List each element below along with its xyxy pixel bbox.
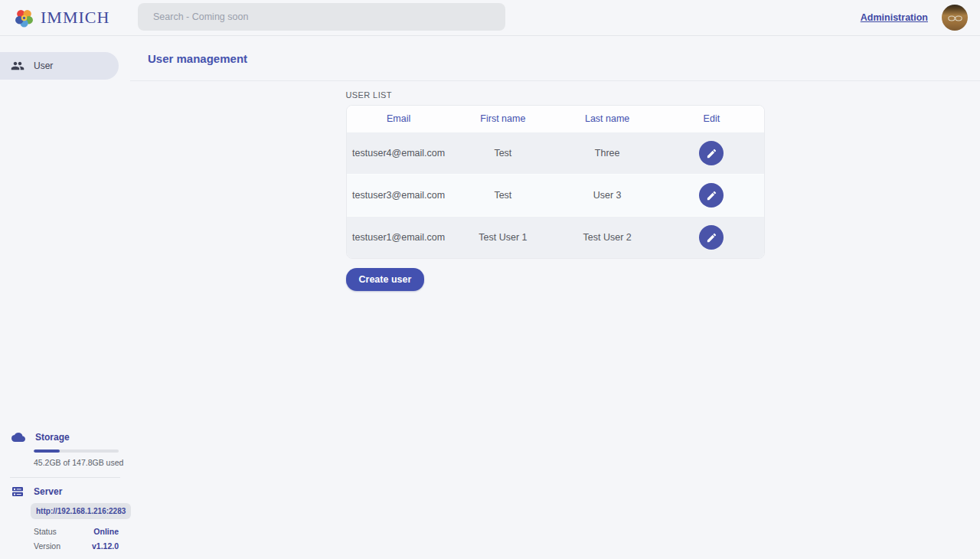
administration-link[interactable]: Administration bbox=[861, 12, 928, 23]
storage-progress-bar bbox=[34, 449, 119, 453]
users-icon bbox=[11, 59, 24, 73]
main-content: User management USER LIST Email First na… bbox=[130, 36, 980, 558]
sidebar: User Storage 45.2GB of 147.8GB used bbox=[0, 36, 130, 558]
cell-email: testuser1@email.com bbox=[347, 232, 451, 243]
cell-first-name: Test User 1 bbox=[451, 232, 555, 243]
user-table: Email First name Last name Edit testuser… bbox=[346, 105, 765, 259]
top-navbar: IMMICH Administration bbox=[0, 0, 980, 36]
page-title: User management bbox=[148, 52, 247, 65]
cell-email: testuser3@email.com bbox=[347, 190, 451, 201]
cell-last-name: Three bbox=[555, 148, 659, 159]
cell-first-name: Test bbox=[451, 148, 555, 159]
brand[interactable]: IMMICH bbox=[0, 8, 109, 28]
column-header-first-name: First name bbox=[451, 113, 555, 124]
cell-last-name: Test User 2 bbox=[555, 232, 659, 243]
server-version-row: Version v1.12.0 bbox=[34, 541, 119, 551]
cell-email: testuser4@email.com bbox=[347, 148, 451, 159]
cell-last-name: User 3 bbox=[555, 190, 659, 201]
server-status-value: Online bbox=[93, 527, 119, 536]
avatar-glasses-icon bbox=[945, 8, 965, 28]
sidebar-item-user-label: User bbox=[34, 60, 53, 71]
immich-logo-icon bbox=[14, 8, 34, 28]
server-title: Server bbox=[34, 486, 62, 497]
table-row: testuser3@email.com Test User 3 bbox=[347, 174, 764, 216]
server-url: http://192.168.1.216:2283 bbox=[31, 503, 131, 519]
server-status-label: Status bbox=[34, 527, 57, 536]
create-user-button[interactable]: Create user bbox=[346, 268, 425, 291]
user-table-header: Email First name Last name Edit bbox=[347, 106, 764, 132]
cloud-icon bbox=[11, 430, 25, 444]
search-input[interactable] bbox=[138, 3, 505, 31]
table-row: testuser4@email.com Test Three bbox=[347, 132, 764, 174]
server-widget-header: Server bbox=[0, 485, 130, 498]
pencil-icon bbox=[706, 190, 717, 201]
storage-progress-fill bbox=[34, 449, 60, 453]
sidebar-divider bbox=[10, 477, 120, 478]
storage-title: Storage bbox=[35, 432, 70, 443]
pencil-icon bbox=[706, 148, 717, 159]
storage-usage-text: 45.2GB of 147.8GB used bbox=[34, 458, 130, 467]
user-list-heading: USER LIST bbox=[346, 90, 765, 100]
user-avatar[interactable] bbox=[942, 5, 968, 31]
server-status-row: Status Online bbox=[34, 527, 119, 536]
cell-first-name: Test bbox=[451, 190, 555, 201]
edit-user-button[interactable] bbox=[699, 141, 724, 165]
server-icon bbox=[11, 485, 24, 498]
column-header-edit: Edit bbox=[659, 113, 763, 124]
storage-widget-header: Storage bbox=[0, 430, 130, 444]
server-version-label: Version bbox=[34, 541, 60, 551]
edit-user-button[interactable] bbox=[699, 225, 724, 250]
table-row: testuser1@email.com Test User 1 Test Use… bbox=[347, 216, 764, 258]
column-header-last-name: Last name bbox=[555, 113, 659, 124]
column-header-email: Email bbox=[347, 113, 451, 124]
sidebar-item-user[interactable]: User bbox=[0, 52, 119, 80]
sidebar-bottom-widgets: Storage 45.2GB of 147.8GB used Server bbox=[0, 430, 130, 551]
edit-user-button[interactable] bbox=[699, 183, 724, 208]
pencil-icon bbox=[706, 232, 717, 244]
brand-wordmark: IMMICH bbox=[41, 8, 109, 28]
page-title-bar: User management bbox=[130, 36, 980, 81]
server-version-value: v1.12.0 bbox=[92, 541, 119, 551]
